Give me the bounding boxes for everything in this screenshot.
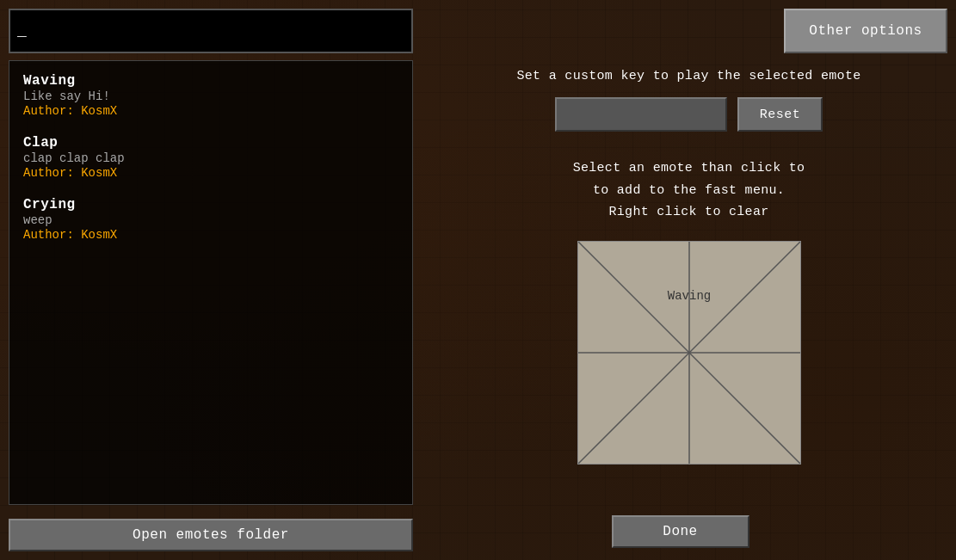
emote-list-panel: Waving Like say Hi! Author: KosmX Clap c… <box>9 60 413 505</box>
reset-button[interactable]: Reset <box>737 97 823 132</box>
emote-name-waving: Waving <box>23 73 398 89</box>
open-folder-button[interactable]: Open emotes folder <box>9 519 413 551</box>
emote-author-waving: Author: KosmX <box>23 104 398 118</box>
done-button[interactable]: Done <box>612 515 749 548</box>
fast-menu-top-label: Waving <box>667 289 710 303</box>
emote-item-clap[interactable]: Clap clap clap clap Author: KosmX <box>18 132 404 183</box>
other-options-button[interactable]: Other options <box>784 9 947 53</box>
main-container: Other options Waving Like say Hi! Author… <box>0 0 956 560</box>
right-panel: Set a custom key to play the selected em… <box>430 60 947 505</box>
emote-item-crying[interactable]: Crying weep Author: KosmX <box>18 194 404 245</box>
emote-author-crying: Author: KosmX <box>23 228 398 242</box>
bottom-bar: Open emotes folder Done <box>9 512 947 551</box>
emote-item-waving[interactable]: Waving Like say Hi! Author: KosmX <box>18 70 404 121</box>
emote-list: Waving Like say Hi! Author: KosmX Clap c… <box>18 70 404 495</box>
emote-desc-clap: clap clap clap <box>23 151 398 165</box>
emote-author-clap: Author: KosmX <box>23 166 398 180</box>
bottom-right: Done <box>413 515 947 548</box>
emote-desc-waving: Like say Hi! <box>23 89 398 103</box>
custom-key-label: Set a custom key to play the selected em… <box>517 69 861 83</box>
key-input-row: Reset <box>555 97 823 132</box>
search-input[interactable] <box>9 9 413 53</box>
emote-name-clap: Clap <box>23 135 398 151</box>
bottom-left: Open emotes folder <box>9 512 413 551</box>
emote-desc-crying: weep <box>23 213 398 227</box>
content-area: Waving Like say Hi! Author: KosmX Clap c… <box>9 60 947 505</box>
key-input[interactable] <box>555 97 727 132</box>
fast-menu-svg: Waving <box>577 241 801 465</box>
emote-name-crying: Crying <box>23 197 398 212</box>
top-bar: Other options <box>9 9 947 53</box>
fast-menu-instructions: Select an emote than click to to add to … <box>573 157 805 224</box>
fast-menu-container[interactable]: Waving <box>577 241 801 465</box>
